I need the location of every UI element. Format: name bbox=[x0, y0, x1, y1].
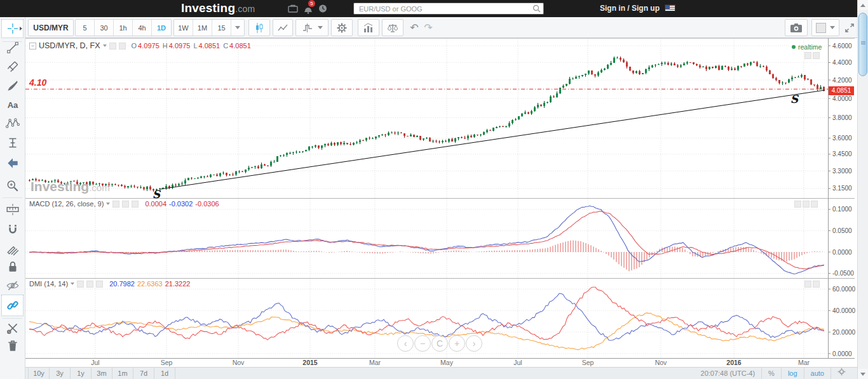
sign-up-link[interactable]: Sign up bbox=[632, 4, 660, 13]
panel-close-icon[interactable] bbox=[813, 281, 820, 288]
timeframe-4h[interactable]: 4h bbox=[133, 20, 152, 36]
tool-text[interactable]: Aa bbox=[5, 97, 20, 112]
scroll-left-button[interactable]: ‹ bbox=[397, 335, 414, 352]
x-axis-labels[interactable]: JulSepNov2015MarMayJulSepNov2016Mar bbox=[25, 359, 828, 367]
step-style-dropdown-button[interactable] bbox=[295, 19, 329, 36]
panel-settings-icon[interactable] bbox=[813, 52, 820, 59]
zoom-out-button[interactable]: − bbox=[414, 335, 431, 352]
tool-settings-tools[interactable] bbox=[5, 321, 20, 336]
compare-button[interactable] bbox=[382, 19, 403, 36]
panel-close-icon[interactable] bbox=[811, 201, 818, 208]
page-scrollbar[interactable] bbox=[857, 0, 868, 379]
tool-xabcd-pattern[interactable] bbox=[5, 116, 20, 131]
sync-drawings-icon bbox=[6, 242, 20, 256]
series-visibility-icon[interactable] bbox=[109, 43, 116, 50]
tool-pitchfork[interactable] bbox=[5, 59, 20, 74]
range-3y[interactable]: 3y bbox=[50, 368, 71, 379]
chevron-down-icon[interactable] bbox=[71, 283, 74, 285]
timeframe-1d[interactable]: 1D bbox=[152, 20, 171, 36]
price-annotation-label[interactable]: 4.10 bbox=[29, 77, 46, 88]
candlestick-style-button[interactable] bbox=[248, 19, 270, 36]
tool-measure[interactable] bbox=[5, 202, 20, 217]
timeframe-30[interactable]: 30 bbox=[95, 20, 114, 36]
tool-magnet[interactable] bbox=[5, 222, 20, 237]
trendline-s-label-start[interactable]: S bbox=[153, 188, 160, 201]
trend-line-drawing[interactable] bbox=[160, 90, 825, 189]
timeframe-1m[interactable]: 1M bbox=[193, 20, 212, 36]
redo-button[interactable]: ↷ bbox=[421, 19, 435, 36]
search-input[interactable] bbox=[353, 3, 544, 15]
tool-forecast[interactable] bbox=[5, 135, 20, 150]
tool-trend-line[interactable] bbox=[5, 40, 20, 55]
portfolio-icon[interactable] bbox=[287, 3, 299, 14]
series-settings-icon[interactable] bbox=[119, 43, 126, 50]
sign-in-link[interactable]: Sign in bbox=[600, 4, 625, 13]
indicators-button[interactable] bbox=[358, 19, 379, 36]
range-7d[interactable]: 7d bbox=[133, 368, 154, 379]
us-flag-icon[interactable] bbox=[665, 4, 675, 11]
symbol-button[interactable]: USD/MYR bbox=[28, 19, 74, 36]
panel-maximize-icon[interactable] bbox=[803, 201, 810, 208]
scrollbar-up-button[interactable] bbox=[858, 0, 868, 10]
range-10y[interactable]: 10y bbox=[29, 368, 50, 379]
snapshot-button[interactable] bbox=[785, 19, 808, 36]
range-1m[interactable]: 1m bbox=[112, 368, 133, 379]
bottom-settings-button[interactable] bbox=[831, 368, 852, 379]
macd-close-icon[interactable] bbox=[132, 201, 139, 208]
chart-canvas[interactable]: 4.60004.40004.20004.00003.80003.60003.45… bbox=[25, 38, 857, 359]
dmi-close-icon[interactable] bbox=[96, 281, 103, 288]
percent-scale-button[interactable]: % bbox=[761, 368, 781, 379]
trend-line-icon bbox=[6, 41, 20, 55]
tool-zoom-in[interactable] bbox=[5, 178, 20, 194]
macd-settings-icon[interactable] bbox=[122, 201, 129, 208]
chevron-down-icon[interactable] bbox=[106, 203, 110, 205]
undo-button[interactable]: ↶ bbox=[407, 19, 421, 36]
panel-maximize-icon[interactable] bbox=[804, 52, 811, 59]
fullscreen-button[interactable] bbox=[842, 19, 857, 36]
dmi-visibility-icon[interactable] bbox=[77, 281, 84, 288]
background-color-dropdown[interactable] bbox=[811, 19, 839, 36]
tool-crosshair[interactable] bbox=[1, 19, 24, 38]
search-icon[interactable] bbox=[532, 4, 541, 13]
forecast-icon bbox=[6, 136, 20, 150]
scroll-right-button[interactable]: › bbox=[466, 335, 482, 352]
scrollbar-down-button[interactable] bbox=[858, 369, 868, 379]
line-style-button[interactable] bbox=[273, 19, 293, 36]
chart-settings-button[interactable] bbox=[331, 19, 353, 36]
range-1d[interactable]: 1d bbox=[154, 368, 175, 379]
chevron-down-icon[interactable] bbox=[103, 44, 107, 47]
investing-logo[interactable]: Investing.com bbox=[181, 1, 255, 15]
zoom-in-button[interactable]: + bbox=[449, 335, 465, 352]
timeframe-more-dropdown[interactable] bbox=[231, 20, 244, 36]
scrollbar-thumb[interactable] bbox=[858, 13, 867, 76]
panel-up-icon[interactable] bbox=[794, 201, 801, 208]
tool-draw-sync[interactable] bbox=[5, 241, 20, 256]
panel-maximize-icon[interactable] bbox=[804, 281, 811, 288]
timeframe-1h[interactable]: 1h bbox=[114, 20, 133, 36]
recent-history-icon[interactable] bbox=[317, 3, 329, 14]
x-axis-label: 2015 bbox=[302, 359, 317, 366]
tool-arrow-left[interactable] bbox=[5, 156, 20, 171]
tool-lock-all[interactable] bbox=[5, 259, 20, 274]
timeframe-5[interactable]: 5 bbox=[76, 20, 95, 36]
timeframe-1w[interactable]: 1W bbox=[174, 20, 193, 36]
last-price-tag: 4.0851 bbox=[829, 86, 854, 95]
trendline-s-label-end[interactable]: S bbox=[790, 93, 798, 105]
ohlc-values: O4.0975H4.0975L4.0851C4.0851 bbox=[128, 42, 251, 50]
range-1y[interactable]: 1y bbox=[71, 368, 92, 379]
tool-hide-all[interactable] bbox=[5, 278, 20, 293]
log-scale-button[interactable]: log bbox=[781, 368, 804, 379]
tool-brush[interactable] bbox=[5, 78, 20, 93]
timeframe-15[interactable]: 15 bbox=[212, 20, 231, 36]
auto-scale-button[interactable]: auto bbox=[804, 368, 831, 379]
tool-link[interactable] bbox=[1, 295, 24, 316]
dmi-settings-icon[interactable] bbox=[86, 281, 93, 288]
triangle-up-icon bbox=[860, 4, 865, 7]
tool-trash[interactable] bbox=[5, 338, 20, 354]
link-icon bbox=[6, 298, 20, 312]
collapse-panel-icon[interactable]: − bbox=[29, 43, 36, 50]
reset-view-button[interactable]: C bbox=[431, 335, 448, 352]
macd-line-value: -0.0302 bbox=[169, 200, 193, 208]
macd-visibility-icon[interactable] bbox=[112, 201, 119, 208]
range-3m[interactable]: 3m bbox=[92, 368, 112, 379]
